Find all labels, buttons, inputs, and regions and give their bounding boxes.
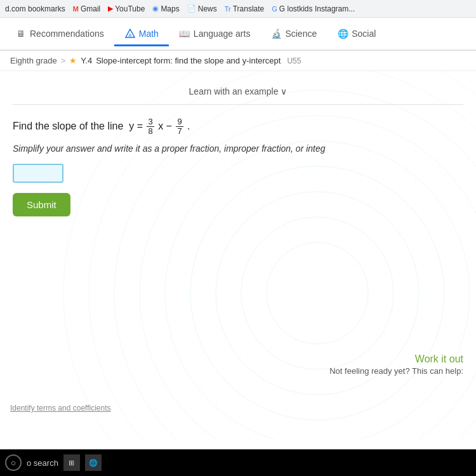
gmail-icon: M [73,5,79,13]
svg-text:A: A [128,32,131,37]
svg-point-3 [241,217,393,369]
tab-recommendations[interactable]: 🖥 Recommendations [5,23,114,46]
learn-example-chevron-icon: ∨ [281,86,287,96]
taskbar-search-label[interactable]: o search [27,458,58,468]
answer-input[interactable] [13,164,63,183]
tab-math-label: Math [139,29,159,39]
learn-example-section: Learn with an example ∨ [13,81,463,105]
tab-language-arts-label: Language arts [194,29,251,39]
bookmarks-label: d.com bookmarks [5,4,65,13]
science-icon: 🔬 [270,28,282,39]
translate-label: Translate [233,4,265,13]
recommendations-icon: 🖥 [15,28,27,39]
tab-math[interactable]: A Math [114,23,169,46]
taskbar-browser-icon[interactable]: 🌐 [85,454,102,471]
bookmark-gmail[interactable]: M Gmail [73,4,101,13]
tab-recommendations-label: Recommendations [30,29,104,39]
youtube-label: YouTube [115,4,145,13]
content-wrapper: Learn with an example ∨ Find the slope o… [13,81,463,216]
tab-social[interactable]: 🌐 Social [327,23,386,46]
news-label: News [198,4,217,13]
tab-science-label: Science [285,29,317,39]
bookmark-google[interactable]: G G lostkids Instagram... [272,4,355,13]
youtube-icon: ▶ [108,4,113,13]
fraction-1-denominator: 8 [147,127,154,136]
ixl-nav: 🖥 Recommendations A Math 📖 Language arts… [0,18,476,51]
gmail-label: Gmail [81,4,100,13]
taskbar-browser-symbol: 🌐 [89,459,98,467]
fraction-2-denominator: 7 [176,127,183,136]
taskbar-grid-symbol: ⊞ [69,459,74,467]
breadcrumb-skill-name: Slope-intercept form: find the slope and… [96,56,281,65]
learn-example-link[interactable]: Learn with an example ∨ [189,86,288,96]
tab-science[interactable]: 🔬 Science [260,23,327,46]
submit-button[interactable]: Submit [13,193,70,216]
find-slope-prefix: Find the slope of the line [13,121,123,131]
question-text: Find the slope of the line y = 3 8 x − 9… [13,117,463,136]
maps-label: Maps [161,4,179,13]
translate-icon: Tr [225,5,231,13]
bookmark-translate[interactable]: Tr Translate [225,4,265,13]
taskbar-search-circle[interactable]: ○ [5,454,22,471]
news-icon: 📄 [187,4,196,13]
work-it-out-section: Work it out Not feeling ready yet? This … [329,354,463,376]
maps-icon: ◉ [152,4,159,13]
fraction-2: 9 7 [176,117,183,136]
breadcrumb-skill-code: Y.4 [81,56,92,65]
fraction-2-numerator: 9 [176,117,183,127]
taskbar: ○ o search ⊞ 🌐 [0,449,476,476]
breadcrumb-grade[interactable]: Eighth grade [10,56,57,65]
breadcrumb-unit-code: U55 [287,56,301,65]
taskbar-grid-icon[interactable]: ⊞ [63,454,80,471]
social-icon: 🌐 [337,28,348,39]
learn-example-label: Learn with an example [189,86,279,96]
breadcrumb-star-icon: ★ [69,56,77,65]
main-content: Learn with an example ∨ Find the slope o… [0,71,476,439]
bookmark-youtube[interactable]: ▶ YouTube [108,4,145,13]
svg-point-2 [267,242,368,344]
equation: y = 3 8 x − 9 7 . [126,121,190,131]
fraction-1: 3 8 [147,117,154,136]
instruction-text: Simplify your answer and write it as a p… [13,143,463,155]
bookmark-news[interactable]: 📄 News [187,4,217,13]
bookmarks-bar: d.com bookmarks M Gmail ▶ YouTube ◉ Maps… [0,0,476,18]
google-label: G lostkids Instagram... [279,4,355,13]
language-arts-icon: 📖 [179,28,190,39]
google-icon: G [272,5,277,13]
tab-language-arts[interactable]: 📖 Language arts [169,23,261,46]
tab-social-label: Social [352,29,376,39]
taskbar-circle-icon: ○ [11,458,16,468]
breadcrumb: Eighth grade > ★ Y.4 Slope-intercept for… [0,51,476,71]
identify-terms-link[interactable]: Identify terms and coefficients [10,404,111,413]
work-it-out-title: Work it out [329,354,463,365]
fraction-1-numerator: 3 [147,117,154,127]
math-icon: A [124,28,136,39]
breadcrumb-chevron-icon: > [61,56,66,65]
bookmark-maps[interactable]: ◉ Maps [152,4,179,13]
work-it-out-subtitle: Not feeling ready yet? This can help: [329,366,463,376]
